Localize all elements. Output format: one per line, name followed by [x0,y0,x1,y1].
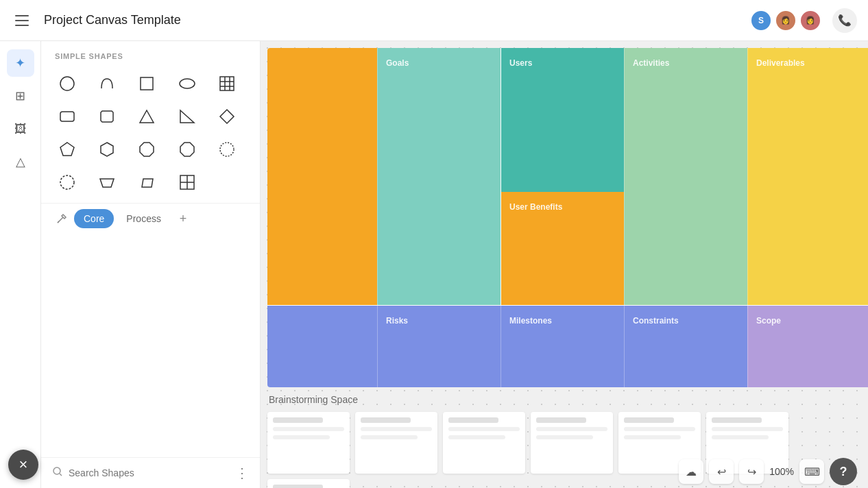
shape-grid-4[interactable] [172,167,202,197]
shape-arc[interactable] [92,69,122,99]
bcard-title-line-5 [624,417,674,423]
svg-point-0 [60,77,74,90]
shape-octagon-lg[interactable] [212,134,242,164]
svg-point-16 [220,143,234,156]
shape-trapezoid[interactable] [92,167,122,197]
shape-parallelogram[interactable] [132,167,162,197]
bcard-1[interactable] [267,412,350,474]
svg-marker-10 [180,110,194,123]
left-toolbar: ✦ ⊞ 🖼 △ [0,41,41,488]
bcard-line-short-2 [361,435,418,439]
bcard-2[interactable] [355,412,437,474]
shape-octagon-md[interactable] [172,134,202,164]
svg-marker-15 [180,143,194,156]
project-title: Project Canvas Template [44,13,750,27]
draw-tool-button[interactable]: △ [7,148,34,175]
svg-marker-9 [140,110,154,123]
shapes-section-label: SIMPLE SHAPES [41,41,260,66]
redo-button[interactable]: ↪ [739,459,764,484]
shapes-tool-button[interactable]: ✦ [7,49,34,77]
topbar: Project Canvas Template S 👩 👩 📞 [0,0,868,41]
keyboard-button[interactable]: ⌨ [799,459,824,484]
bcard-title-line-3 [448,417,498,423]
bcard-title-line-2 [361,417,411,423]
shapes-wand-icon [52,209,71,228]
svg-marker-19 [142,179,153,187]
search-more-button[interactable]: ⋮ [235,465,249,481]
shape-oval[interactable] [172,69,202,99]
shape-rect-rounded[interactable] [52,101,82,132]
canvas-cell-users-wrap: Users User Benefits [501,48,624,305]
call-button[interactable]: 📞 [832,8,857,33]
canvas-cell-bottom-left [267,306,377,387]
brainstorm-title: Brainstorming Space [267,394,868,405]
avatar-1: 👩 [775,10,797,32]
shape-circle-outline[interactable] [52,167,82,197]
fab-close-button[interactable]: × [8,450,38,480]
svg-line-25 [60,474,62,476]
canvas-cell-users: Users [501,48,624,192]
shapes-grid [41,66,260,203]
shape-table-grid[interactable] [212,69,242,99]
bcard-line-short-3 [448,435,505,439]
tab-add-button[interactable]: + [173,209,193,228]
shape-hexagon[interactable] [92,134,122,164]
cloud-save-button[interactable]: ☁ [679,459,703,484]
canvas-cell-milestones: Milestones [501,306,624,387]
canvas-cell-activities: Activities [624,48,747,305]
tab-core[interactable]: Core [74,209,114,228]
bcard-4[interactable] [531,412,613,474]
undo-button[interactable]: ↩ [709,459,734,484]
canvas-cell-goals: Goals [377,48,501,305]
bcard-line-short-5 [624,435,681,439]
shapes-tabs: Core Process + [41,203,260,234]
bcard-line-5 [624,427,695,431]
svg-point-24 [53,467,60,474]
frame-tool-button[interactable]: ⊞ [7,82,34,110]
bcard-3[interactable] [443,412,525,474]
svg-marker-12 [60,143,74,156]
shape-triangle-right[interactable] [172,101,202,132]
avatar-2: 👩 [799,10,821,32]
menu-button[interactable] [11,10,33,32]
bcard-line-short-4 [536,435,593,439]
canvas-bottom-section: Risks Milestones Constraints Scope [267,305,868,387]
search-input[interactable] [69,467,230,478]
help-button[interactable]: ? [830,458,857,485]
shape-rect-cut[interactable] [92,101,122,132]
svg-point-17 [60,175,74,189]
canvas-area[interactable]: Goals Users User Benefits Activities [261,41,868,488]
bcard-7[interactable] [267,479,350,488]
image-tool-button[interactable]: 🖼 [7,115,34,143]
bcard-title-line-4 [536,417,586,423]
svg-marker-14 [140,143,154,156]
svg-point-2 [180,79,195,88]
shape-diamond[interactable] [212,101,242,132]
svg-rect-3 [220,77,234,90]
search-icon [52,466,63,480]
zoom-level: 100% [769,466,794,477]
shape-pentagon[interactable] [52,134,82,164]
bcard-line [273,427,344,431]
canvas-content: Goals Users User Benefits Activities [261,41,868,488]
bcard-title-line [273,417,323,423]
canvas-cell-left [267,48,377,305]
project-canvas-grid: Goals Users User Benefits Activities [267,48,868,387]
bcard-line-6 [712,427,783,431]
shape-triangle[interactable] [132,101,162,132]
shapes-panel: SIMPLE SHAPES [41,41,261,488]
canvas-cell-constraints: Constraints [624,306,747,387]
svg-marker-13 [101,143,113,156]
shape-square[interactable] [132,69,162,99]
main-layout: ✦ ⊞ 🖼 △ SIMPLE SHAPES [0,41,868,488]
shape-octagon-sm[interactable] [132,134,162,164]
svg-rect-1 [141,77,153,90]
shape-circle[interactable] [52,69,82,99]
svg-rect-8 [60,112,74,121]
canvas-cell-user-benefits: User Benefits [501,192,624,305]
bcard-line-3 [448,427,520,431]
bcard-title-line-7 [273,485,323,488]
search-bar: ⋮ [41,457,260,488]
bcard-line-short [273,435,330,439]
tab-process[interactable]: Process [117,209,171,228]
